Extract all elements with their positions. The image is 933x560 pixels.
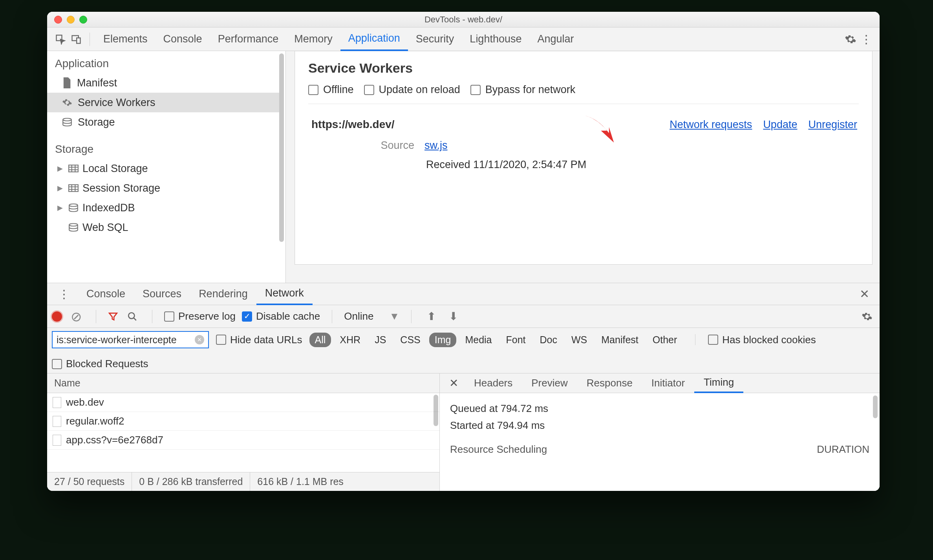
update-link[interactable]: Update	[763, 119, 797, 131]
tab-lighthouse[interactable]: Lighthouse	[462, 27, 529, 51]
type-filter-js[interactable]: JS	[369, 333, 391, 347]
download-har-icon[interactable]: ⬇	[445, 309, 461, 324]
timing-duration-label: DURATION	[817, 443, 869, 456]
update-on-reload-checkbox[interactable]: Update on reload	[364, 84, 460, 96]
type-filter-doc[interactable]: Doc	[534, 333, 563, 347]
scrollbar[interactable]	[873, 395, 878, 418]
record-icon[interactable]	[52, 311, 62, 322]
hide-data-urls-checkbox[interactable]: Hide data URLs	[216, 334, 302, 346]
filter-icon[interactable]	[108, 311, 118, 322]
source-file-link[interactable]: sw.js	[424, 139, 448, 151]
bypass-checkbox[interactable]: Bypass for network	[470, 84, 576, 96]
source-label: Source	[367, 139, 414, 152]
clear-icon[interactable]: ⊘	[68, 309, 84, 324]
checkbox-label: Bypass for network	[485, 84, 576, 96]
received-text: Received 11/11/2020, 2:54:47 PM	[308, 152, 859, 171]
detail-tab-initiator[interactable]: Initiator	[642, 373, 694, 393]
svg-point-8	[128, 313, 134, 318]
svg-rect-2	[77, 38, 80, 43]
type-filter-css[interactable]: CSS	[395, 333, 426, 347]
device-toolbar-icon[interactable]	[68, 31, 84, 47]
sidebar-item-label: Session Storage	[82, 182, 160, 194]
upload-har-icon[interactable]: ⬆	[423, 309, 439, 324]
detail-tab-response[interactable]: Response	[577, 373, 642, 393]
sidebar-section-storage: Storage	[47, 132, 279, 159]
scrollbar[interactable]	[434, 395, 438, 426]
drawer-tab-network[interactable]: Network	[256, 283, 313, 305]
separator	[90, 33, 90, 46]
sidebar-section-application: Application	[47, 51, 279, 73]
tab-application[interactable]: Application	[340, 27, 408, 51]
detail-tab-timing[interactable]: Timing	[694, 373, 743, 393]
sidebar-item-local-storage[interactable]: ▶ Local Storage	[47, 159, 279, 178]
network-requests-link[interactable]: Network requests	[670, 119, 752, 131]
filter-input[interactable]: is:service-worker-intercepte ×	[52, 331, 209, 348]
filter-text: is:service-worker-intercepte	[57, 334, 177, 346]
service-workers-panel: Service Workers Offline Update on reload…	[295, 51, 873, 265]
close-detail-icon[interactable]: ✕	[443, 377, 465, 390]
tab-console[interactable]: Console	[156, 27, 210, 51]
sidebar-item-indexeddb[interactable]: ▶ IndexedDB	[47, 198, 279, 218]
drawer-tab-rendering[interactable]: Rendering	[190, 283, 256, 305]
more-menu-icon[interactable]: ⋮	[858, 31, 874, 47]
sw-options-row: Offline Update on reload Bypass for netw…	[308, 84, 859, 104]
offline-checkbox[interactable]: Offline	[308, 84, 354, 96]
timing-started: Started at 794.94 ms	[450, 417, 869, 434]
inspect-element-icon[interactable]	[53, 31, 68, 47]
sidebar-item-websql[interactable]: Web SQL	[47, 218, 279, 237]
drawer-tab-console[interactable]: Console	[78, 283, 134, 305]
sw-origin-row: https://web.dev/ Network requests Update…	[308, 104, 859, 134]
disable-cache-checkbox[interactable]: Disable cache	[242, 310, 320, 322]
tab-performance[interactable]: Performance	[210, 27, 287, 51]
blocked-requests-checkbox[interactable]: Blocked Requests	[52, 358, 875, 370]
detail-tab-headers[interactable]: Headers	[465, 373, 522, 393]
checkbox-label: Blocked Requests	[66, 358, 148, 370]
tab-elements[interactable]: Elements	[95, 27, 156, 51]
tab-memory[interactable]: Memory	[286, 27, 340, 51]
type-filter-ws[interactable]: WS	[566, 333, 593, 347]
timing-queued: Queued at 794.72 ms	[450, 400, 869, 417]
network-toolbar: ⊘ Preserve log Disable cache Online▼ ⬆ ⬇	[47, 305, 880, 328]
request-row[interactable]: regular.woff2	[47, 412, 439, 431]
status-transferred: 0 B / 286 kB transferred	[132, 472, 250, 491]
network-settings-icon[interactable]	[859, 309, 875, 324]
type-filter-xhr[interactable]: XHR	[334, 333, 366, 347]
sidebar-item-manifest[interactable]: Manifest	[47, 73, 279, 93]
column-header-name[interactable]: Name	[47, 373, 439, 393]
network-body: Name web.devregular.woff2app.css?v=6e276…	[47, 373, 880, 491]
sidebar-item-app-storage[interactable]: Storage	[47, 112, 279, 132]
request-row[interactable]: app.css?v=6e2768d7	[47, 431, 439, 450]
app-body: Application Manifest Service Workers Sto…	[47, 51, 880, 283]
request-row[interactable]: web.dev	[47, 393, 439, 412]
detail-tab-preview[interactable]: Preview	[522, 373, 577, 393]
sidebar-item-service-workers[interactable]: Service Workers	[47, 93, 279, 112]
search-icon[interactable]	[124, 309, 140, 324]
unregister-link[interactable]: Unregister	[808, 119, 857, 131]
type-filter-font[interactable]: Font	[501, 333, 531, 347]
type-filter-all[interactable]: All	[309, 333, 331, 347]
drawer-more-icon[interactable]: ⋮	[52, 287, 76, 301]
drawer-close-icon[interactable]: ✕	[854, 287, 875, 301]
expand-icon[interactable]: ▶	[57, 164, 64, 173]
has-blocked-cookies-checkbox[interactable]: Has blocked cookies	[708, 334, 816, 346]
preserve-log-checkbox[interactable]: Preserve log	[164, 310, 236, 322]
tab-angular[interactable]: Angular	[529, 27, 582, 51]
svg-point-3	[63, 118, 71, 121]
checkbox-label: Update on reload	[379, 84, 460, 96]
request-name: regular.woff2	[66, 415, 124, 427]
scrollbar[interactable]	[279, 53, 284, 242]
sidebar-item-label: Manifest	[77, 77, 117, 89]
type-filter-img[interactable]: Img	[429, 333, 457, 347]
type-filter-other[interactable]: Other	[647, 333, 683, 347]
type-filter-media[interactable]: Media	[459, 333, 497, 347]
drawer-tab-sources[interactable]: Sources	[134, 283, 190, 305]
expand-icon[interactable]: ▶	[57, 203, 64, 212]
sidebar-item-session-storage[interactable]: ▶ Session Storage	[47, 178, 279, 198]
expand-icon[interactable]: ▶	[57, 184, 64, 192]
clear-filter-icon[interactable]: ×	[195, 335, 204, 344]
throttling-select[interactable]: Online▼	[344, 310, 399, 322]
tab-security[interactable]: Security	[408, 27, 462, 51]
gear-icon[interactable]	[843, 31, 858, 47]
type-filter-manifest[interactable]: Manifest	[596, 333, 644, 347]
file-icon	[53, 435, 61, 446]
